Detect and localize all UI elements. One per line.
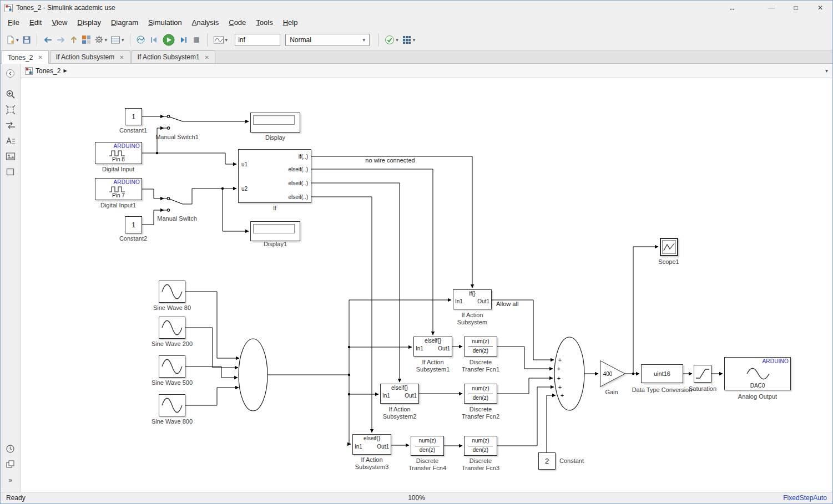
port-label: Out1 xyxy=(405,393,417,399)
block-if-action-subsystem1[interactable]: elseif{} In1 Out1 xyxy=(413,337,452,357)
caret-down-icon: ▾ xyxy=(225,37,228,43)
draw-area-button[interactable] xyxy=(3,165,18,179)
back-button[interactable] xyxy=(41,34,54,45)
arduino-brand-label: ARDUINO xyxy=(113,179,140,185)
maximize-button[interactable]: □ xyxy=(784,1,808,15)
menu-code[interactable]: Code xyxy=(224,17,251,28)
block-discrete-transfer-fcn2[interactable]: num(z) den(z) xyxy=(464,384,497,404)
tab-close-icon[interactable]: ✕ xyxy=(38,54,42,60)
block-if-action-subsystem[interactable]: if{} In1 Out1 xyxy=(453,289,492,309)
block-scope1[interactable] xyxy=(660,238,678,256)
block-data-type-conversion[interactable]: uint16 xyxy=(641,364,683,383)
menu-file[interactable]: File xyxy=(3,17,24,28)
model-data-editor-button[interactable]: ▾ xyxy=(109,34,126,45)
block-discrete-transfer-fcn3[interactable]: num(z) den(z) xyxy=(464,436,497,456)
caret-down-icon: ▾ xyxy=(396,37,398,43)
display-field xyxy=(253,115,295,125)
block-sine-wave-200[interactable] xyxy=(159,317,185,339)
expand-palette-button[interactable]: » xyxy=(3,473,18,486)
block-discrete-transfer-fcn4[interactable]: num(z) den(z) xyxy=(411,436,444,456)
block-analog-output[interactable]: ARDUINO DAC0 xyxy=(724,357,791,390)
tab-if-action-subsystem1[interactable]: If Action Subsystem1 ✕ xyxy=(132,50,215,63)
status-zoom: 100% xyxy=(408,494,425,502)
tab-if-action-subsystem[interactable]: If Action Subsystem ✕ xyxy=(50,50,130,63)
block-digital-input1[interactable]: ARDUINO Pin 7 xyxy=(95,178,142,200)
block-label: If Action Subsystem3 xyxy=(350,456,393,471)
model-canvas[interactable]: + + + + + no wire connected Allow all 1 … xyxy=(21,78,832,492)
block-saturation[interactable] xyxy=(694,365,711,383)
breadcrumb-item[interactable]: Tones_2 xyxy=(36,67,60,75)
new-model-button[interactable]: ▾ xyxy=(4,34,21,45)
menu-tools[interactable]: Tools xyxy=(251,17,277,28)
step-forward-button[interactable] xyxy=(176,34,190,45)
block-sine-wave-800[interactable] xyxy=(159,394,185,416)
menu-view[interactable]: View xyxy=(47,17,72,28)
block-if[interactable]: u1 u2 if(..) elseif(..) elseif(..) elsei… xyxy=(238,149,311,203)
dock-button[interactable]: ↔ xyxy=(724,1,740,15)
data-table-icon xyxy=(110,35,120,44)
step-back-button[interactable] xyxy=(148,34,161,45)
menu-edit[interactable]: Edit xyxy=(24,17,47,28)
block-if-action-subsystem2[interactable]: elseif{} In1 Out1 xyxy=(380,384,419,404)
run-button[interactable] xyxy=(161,33,176,47)
block-constant[interactable]: 2 xyxy=(538,452,556,470)
sim-data-inspector-button[interactable] xyxy=(134,34,148,45)
menu-analysis[interactable]: Analysis xyxy=(187,17,224,28)
pan-button[interactable] xyxy=(3,119,18,132)
annotation-no-wire[interactable]: no wire connected xyxy=(365,157,415,164)
minimize-button[interactable]: — xyxy=(759,1,784,15)
library-browser-icon xyxy=(82,35,91,44)
close-button[interactable]: ✕ xyxy=(808,1,832,15)
breadcrumb-dropdown-icon[interactable]: ▾ xyxy=(825,68,828,74)
tab-label: If Action Subsystem1 xyxy=(138,53,200,61)
save-button[interactable] xyxy=(21,34,33,45)
status-solver[interactable]: FixedStepAuto xyxy=(783,494,827,502)
library-browser-button[interactable] xyxy=(80,34,93,45)
sample-time-button[interactable] xyxy=(3,442,18,455)
block-display[interactable] xyxy=(250,113,300,133)
block-digital-input[interactable]: ARDUINO Pin 8 xyxy=(95,142,142,164)
block-discrete-transfer-fcn1[interactable]: num(z) den(z) xyxy=(464,337,497,357)
block-constant1[interactable]: 1 xyxy=(125,108,142,125)
block-display1[interactable] xyxy=(250,221,300,241)
model-configuration-button[interactable]: ▾ xyxy=(93,34,109,45)
zoom-in-button[interactable] xyxy=(3,88,18,101)
tab-tones2[interactable]: Tones_2 ✕ xyxy=(2,50,49,64)
block-mux[interactable] xyxy=(239,339,267,411)
fit-to-view-button[interactable] xyxy=(3,103,18,116)
stop-button[interactable] xyxy=(190,34,203,46)
menu-simulation[interactable]: Simulation xyxy=(143,17,187,28)
tab-label: Tones_2 xyxy=(8,54,33,62)
signal-wires[interactable] xyxy=(142,116,723,452)
forward-button[interactable] xyxy=(54,34,68,45)
up-to-parent-button[interactable] xyxy=(68,34,80,45)
simulation-mode-select[interactable]: Normal ▾ xyxy=(285,34,370,46)
tab-close-icon[interactable]: ✕ xyxy=(205,54,209,60)
model-browser-button[interactable] xyxy=(3,457,18,471)
block-constant2[interactable]: 1 xyxy=(125,216,142,233)
build-model-button[interactable]: ▾ xyxy=(400,34,417,45)
annotation-allow-all[interactable]: Allow all xyxy=(496,301,518,307)
block-sum[interactable] xyxy=(554,337,584,410)
block-label: Gain xyxy=(605,389,618,395)
block-manual-switch[interactable] xyxy=(164,197,185,211)
block-label: Sine Wave 200 xyxy=(152,340,193,347)
block-if-action-subsystem3[interactable]: elseif{} In1 Out1 xyxy=(352,434,391,455)
menu-help[interactable]: Help xyxy=(278,17,303,28)
insert-image-button[interactable] xyxy=(3,150,18,163)
menu-diagram[interactable]: Diagram xyxy=(106,17,143,28)
menu-display[interactable]: Display xyxy=(72,17,106,28)
annotation-button[interactable] xyxy=(3,134,18,147)
block-manual-switch1[interactable] xyxy=(164,115,185,129)
plot-signals-button[interactable]: ▾ xyxy=(211,34,230,45)
numerator-label: num(z) xyxy=(465,385,497,391)
collapse-explorer-button[interactable] xyxy=(3,67,18,80)
tab-close-icon[interactable]: ✕ xyxy=(119,54,124,60)
block-sine-wave-80[interactable] xyxy=(159,281,185,303)
block-sine-wave-500[interactable] xyxy=(159,355,185,378)
stop-time-input[interactable] xyxy=(235,34,280,46)
update-diagram-button[interactable]: ▾ xyxy=(383,34,400,46)
block-label: Sine Wave 800 xyxy=(152,418,193,425)
sine-wave-icon xyxy=(159,356,185,377)
block-gain[interactable]: 400 xyxy=(600,360,625,387)
